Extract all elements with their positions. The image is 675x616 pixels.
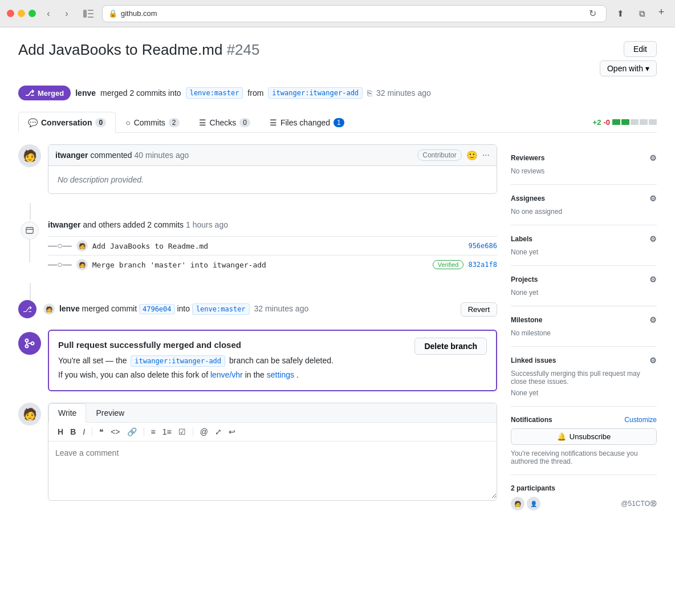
ordered-list-button[interactable]: 1≡ [160,426,174,437]
editor-box: Write Preview H B I ❝ <> 🔗 ≡ 1≡ [48,403,497,501]
share-button[interactable]: ⬆ [611,6,629,22]
merged-commit-ref[interactable]: 4796e04 [139,304,175,314]
comment-box: 🧑 itwanger commented 40 minutes ago Cont… [18,144,497,194]
new-tab-button[interactable]: + [654,6,668,19]
participant-avatar-1: 🧑 [511,497,524,510]
current-user-avatar: 🧑 [18,403,41,425]
reviewers-gear-icon[interactable]: ⚙ [649,153,657,163]
svg-rect-3 [88,17,93,18]
timeline-line-2 [30,283,31,300]
back-button[interactable]: ‹ [40,6,56,22]
editor-tab-preview[interactable]: Preview [86,403,134,423]
commit-row-2: —○— 🧑 Merge branch 'master' into itwange… [48,255,497,274]
bold-button[interactable]: B [68,426,78,437]
title-actions: Edit Open with ▾ [600,41,657,76]
comment-header-actions: Contributor 🙂 ··· [417,149,490,161]
toolbar-divider-1 [92,427,92,436]
notifications-title: Notifications Customize [511,416,657,424]
pr-title: Add JavaBooks to Readme.md #245 [18,41,260,59]
forward-button[interactable]: › [59,6,75,22]
reference-button[interactable]: ⤢ [213,426,224,437]
pr-number: #245 [227,41,260,58]
checks-count: 0 [239,118,250,127]
comment-textarea[interactable] [48,441,497,499]
tab-checks[interactable]: ☰ Checks 0 [189,112,260,133]
link-button[interactable]: 🔗 [125,426,139,437]
browser-chrome: ‹ › 🔒 github.com ↻ ⬆ ⧉ + [0,0,675,27]
unordered-list-button[interactable]: ≡ [149,426,158,437]
participant-avatar-2: 👤 [527,497,540,510]
assignees-title: Assignees ⚙ [511,194,657,203]
merge-actor: lenve [75,88,96,98]
open-with-button[interactable]: Open with ▾ [600,60,657,76]
commit-sha-1[interactable]: 956e686 [468,242,497,250]
edit-button[interactable]: Edit [624,41,657,57]
milestone-title: Milestone ⚙ [511,315,657,325]
fork-link[interactable]: lenve/vhr [210,370,243,379]
linked-issues-gear-icon[interactable]: ⚙ [649,356,657,365]
timeline-icon-col [18,220,41,262]
comment-editor: 🧑 Write Preview H B I ❝ <> 🔗 [18,403,497,501]
reload-button[interactable]: ↻ [584,6,600,22]
diff-block-3 [631,119,639,125]
undo-button[interactable]: ↩ [226,426,238,437]
participants-title: 2 participants [511,484,657,492]
merged-row: ⎇ Merged lenve merged 2 commits into len… [18,86,657,100]
participants-row: 🧑 👤 @51CTO⑱ [511,497,657,510]
milestone-value: No milestone [511,329,657,337]
participants-section: 2 participants 🧑 👤 @51CTO⑱ [511,475,657,520]
head-branch-tag: itwanger:itwanger-add [268,87,363,99]
comment-body: No description provided. [48,166,497,193]
quote-button[interactable]: ❝ [97,426,106,437]
settings-link[interactable]: settings [267,370,294,379]
milestone-section: Milestone ⚙ No milestone [511,306,657,347]
heading-button[interactable]: H [55,426,66,437]
files-changed-count: 1 [334,118,344,127]
emoji-button[interactable]: 🙂 [466,150,478,161]
tab-commits[interactable]: ○ Commits 2 [116,112,189,133]
tabs-button[interactable]: ⧉ [633,6,651,22]
task-list-button[interactable]: ☑ [176,426,188,437]
milestone-gear-icon[interactable]: ⚙ [649,315,657,325]
commit-sha-2[interactable]: 832a1f8 [468,261,497,269]
editor-tab-write[interactable]: Write [48,403,86,423]
comment-header: itwanger commented 40 minutes ago Contri… [48,145,497,166]
editor-toolbar: H B I ❝ <> 🔗 ≡ 1≡ ☑ @ ⤢ ↩ [48,423,497,441]
italic-button[interactable]: I [80,426,87,437]
minimize-button[interactable] [18,10,25,17]
assignees-section: Assignees ⚙ No one assigned [511,185,657,225]
conversation-count: 0 [95,118,106,127]
maximize-button[interactable] [29,10,36,17]
linked-issues-section: Linked issues ⚙ Successfully merging thi… [511,347,657,407]
delete-branch-button[interactable]: Delete branch [414,338,487,355]
editor-tabs: Write Preview [48,403,497,423]
merge-success-branch-tag: itwanger:itwanger-add [131,355,225,367]
merge-success-header: Pull request successfully merged and clo… [58,340,487,355]
commits-count: 2 [169,118,180,127]
commit-row-1: —○— 🧑 Add JavaBooks to Readme.md 956e686 [48,236,497,255]
address-bar[interactable]: 🔒 github.com ↻ [102,5,607,22]
more-options-button[interactable]: ··· [482,150,490,160]
assignees-gear-icon[interactable]: ⚙ [649,194,657,203]
svg-rect-2 [88,13,93,14]
svg-point-7 [26,345,29,348]
projects-gear-icon[interactable]: ⚙ [649,275,657,284]
toolbar-divider-2 [144,427,144,436]
unsubscribe-button[interactable]: 🔔 Unsubscribe [511,428,657,445]
revert-button[interactable]: Revert [461,302,497,317]
customize-link[interactable]: Customize [624,416,657,424]
browser-actions: ⬆ ⧉ + [611,6,668,22]
close-button[interactable] [7,10,14,17]
commit-message-1: Add JavaBooks to Readme.md [92,242,464,250]
commit-avatar-1: 🧑 [76,240,88,252]
main-content: 🧑 itwanger commented 40 minutes ago Cont… [18,144,497,520]
copy-branch-button[interactable]: ⎘ [367,88,372,98]
sidebar-toggle-button[interactable] [79,6,97,22]
mention-button[interactable]: @ [198,426,210,437]
tab-conversation[interactable]: 💬 Conversation 0 [18,112,116,133]
merge-icon: ⎇ [25,88,34,98]
linked-issues-value: None yet [511,389,657,397]
labels-gear-icon[interactable]: ⚙ [649,234,657,244]
code-button[interactable]: <> [108,426,122,437]
tab-files-changed[interactable]: ☰ Files changed 1 [260,112,354,133]
